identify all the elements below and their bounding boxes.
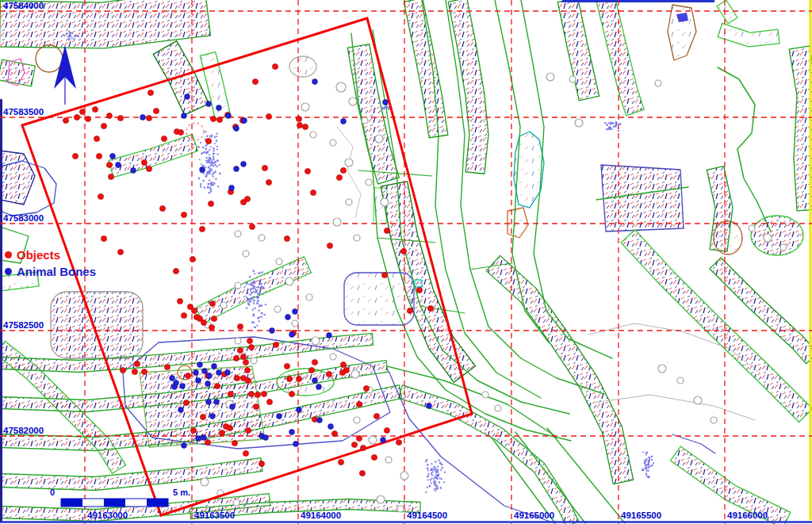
- map-canvas: 05 m. 4916300049163500491640004916450049…: [0, 0, 812, 524]
- stone-features: [201, 73, 787, 512]
- legend-item-objects: Objects: [5, 247, 96, 263]
- terrain-features: [0, 0, 812, 524]
- svg-text:49165000: 49165000: [514, 511, 554, 520]
- svg-text:49164500: 49164500: [407, 511, 447, 520]
- svg-text:47583500: 47583500: [3, 107, 44, 117]
- svg-text:47582000: 47582000: [3, 426, 44, 435]
- legend: Objects Animal Bones: [5, 247, 96, 280]
- svg-text:49165500: 49165500: [621, 511, 661, 520]
- legend-animal-bones-label: Animal Bones: [17, 263, 96, 280]
- svg-text:0: 0: [50, 488, 55, 497]
- objects-dot-icon: [5, 251, 12, 258]
- svg-text:47582500: 47582500: [3, 320, 44, 330]
- svg-text:47584000: 47584000: [3, 1, 44, 10]
- svg-text:49166000: 49166000: [727, 511, 768, 520]
- map: 05 m. 4916300049163500491640004916450049…: [0, 0, 812, 524]
- legend-item-animal-bones: Animal Bones: [5, 263, 96, 280]
- animal-bones-dot-icon: [5, 268, 12, 275]
- legend-objects-label: Objects: [17, 247, 60, 263]
- svg-text:47583000: 47583000: [3, 213, 44, 223]
- svg-text:49163500: 49163500: [194, 511, 235, 520]
- svg-text:49164000: 49164000: [301, 511, 341, 520]
- svg-text:5 m.: 5 m.: [173, 488, 190, 497]
- svg-text:49163000: 49163000: [87, 511, 128, 520]
